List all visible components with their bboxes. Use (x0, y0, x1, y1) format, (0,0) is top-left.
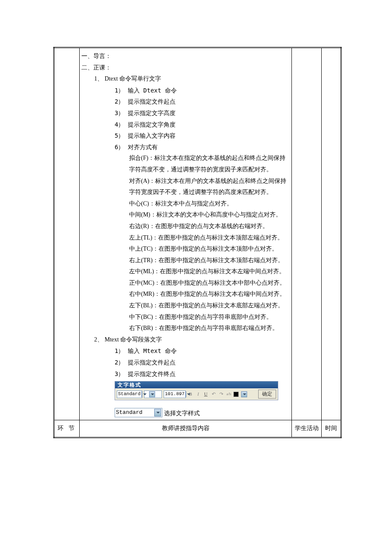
step: 3） 提示指定文字高度 (115, 107, 290, 119)
size-dropdown[interactable]: 101.897 (164, 390, 186, 398)
align-desc: 右下(BR)：在图形中指定的点与字符串底部右端点对齐。 (129, 323, 290, 334)
size-dropdown-value: 101.897 (165, 392, 184, 396)
style-select-label: 选择文字样式 (164, 409, 200, 418)
stack-icon[interactable]: a/b (226, 391, 232, 398)
step: 4） 提示指定文字角度 (115, 119, 290, 130)
footer-content-header: 教师讲授指导内容 (80, 420, 292, 438)
toolbar-title: 文字格式 (115, 382, 278, 388)
text-format-toolbar-image: 文字格式 Standard 101.897 (115, 381, 290, 400)
chevron-down-icon[interactable] (241, 391, 247, 397)
font-dropdown[interactable] (144, 390, 162, 398)
align-desc: 对齐(A)：标注文本在用户的文本基线的起点和终点之间保持 (129, 176, 290, 187)
underline-button[interactable]: U (203, 391, 209, 398)
ok-button[interactable]: 确定 (258, 390, 276, 399)
style-dropdown-value: Standard (118, 392, 141, 396)
align-desc: 中上(TC)：在图形中指定的点与标注文本顶部中点对齐。 (129, 243, 290, 255)
step: 1） 输入 Mtext 命令 (115, 345, 290, 357)
step: 3） 提示指定文件终点 (115, 368, 290, 380)
style-dropdown[interactable]: Standard (117, 390, 142, 398)
step: 2） 提示指定文件起点 (115, 357, 290, 368)
align-desc: 右边(R)：在图形中指定的点与文本基线的右端对齐。 (129, 221, 290, 232)
step: 5） 提示输入文字内容 (115, 130, 290, 142)
step: 1） 输入 Dtext 命令 (115, 85, 290, 96)
activity-cell (292, 48, 322, 420)
align-desc: 拟合(F)：标注文本在指定的文本基线的起点和终点之间保持 (129, 153, 290, 164)
chevron-down-icon[interactable] (185, 391, 186, 397)
align-desc: 中下(BC)：在图形中指定的点与字符串底部中点对齐。 (129, 312, 290, 323)
color-swatch[interactable] (233, 392, 239, 397)
heading-intro: 一、导言： (81, 51, 290, 62)
section-cell (54, 48, 80, 420)
redo-icon[interactable]: ↷ (218, 391, 224, 398)
footer-row: 环 节 教师讲授指导内容 学生活动 时间 (54, 420, 341, 438)
item-dtext-title: 1、 Dtext 命令写单行文字 (94, 73, 290, 85)
align-desc: 左上(TL)：在图形中指定的点与标注文本顶部左端点对齐。 (129, 232, 290, 244)
align-desc: 左中(ML)：在图形中指定的点与标注文本左端中间点对齐。 (129, 266, 290, 278)
content-cell: 一、导言： 二、正课： 1、 Dtext 命令写单行文字 1） 输入 Dtext… (80, 48, 292, 420)
step: 6） 对齐方式有 (115, 142, 290, 153)
footer-activity-header: 学生活动 (292, 420, 322, 438)
align-desc: 右中(MR)：在图形中指定的点与标注文本右端中间点对齐。 (129, 289, 290, 300)
align-desc: 字符高度不变，通过调整字符的宽度因子来匹配对齐。 (129, 164, 290, 176)
align-desc: 右上(TR)：在图形中指定的点与标注文本顶部右端点对齐。 (129, 255, 290, 266)
heading-lesson: 二、正课： (81, 62, 290, 74)
time-cell (322, 48, 341, 420)
italic-button[interactable]: I (195, 391, 201, 398)
footer-time-header: 时间 (322, 420, 341, 438)
chevron-down-icon[interactable] (149, 391, 155, 397)
content-row: 一、导言： 二、正课： 1、 Dtext 命令写单行文字 1） 输入 Dtext… (54, 48, 341, 420)
footer-section-label: 环 节 (54, 420, 80, 438)
align-desc: 左下(BL)：在图形中指定的点与标注文本底部左端点对齐。 (129, 300, 290, 312)
style-select-dropdown[interactable]: Standard (115, 408, 162, 417)
chevron-down-icon[interactable] (141, 391, 142, 397)
align-desc: 正中(MC)：在图形中指定的点与标注文本中部中心点对齐。 (129, 278, 290, 289)
step: 2） 提示指定文件起点 (115, 96, 290, 107)
chevron-down-icon[interactable] (154, 409, 161, 416)
style-picker-row: Standard 选择文字样式 (115, 408, 290, 417)
align-desc: 中心(C)：标注文本中点与指定点对齐。 (129, 198, 290, 210)
undo-icon[interactable]: ↶ (210, 391, 216, 398)
item-mtext-title: 2、 Mtext 命令写段落文字 (94, 334, 290, 346)
style-select-value: Standard (116, 408, 153, 418)
align-desc: 中间(M)：标注文本的文本中心和高度中心与指定点对齐。 (129, 209, 290, 221)
align-desc: 字符宽度因子不变，通过调整字符的高度来匹配对齐。 (129, 187, 290, 198)
